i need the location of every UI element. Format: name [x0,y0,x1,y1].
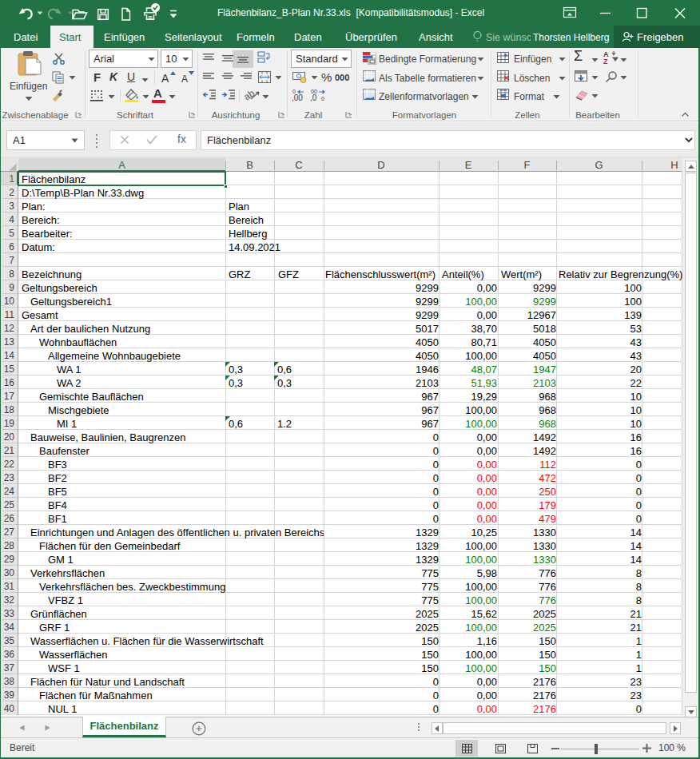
svg-text:0: 0 [292,89,296,94]
svg-text:Z: Z [603,58,608,65]
svg-text:,0: ,0 [310,93,317,101]
svg-text:00: 00 [311,89,317,94]
svg-text:,00: ,00 [292,93,303,101]
svg-text:0: 0 [321,96,324,101]
